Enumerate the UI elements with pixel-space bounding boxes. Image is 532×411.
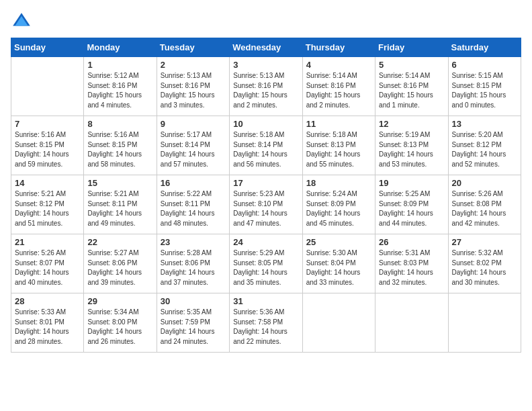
day-info: Sunrise: 5:26 AMSunset: 8:08 PMDaylight:… [452, 189, 517, 228]
calendar-cell: 24 Sunrise: 5:29 AMSunset: 8:05 PMDaylig… [230, 234, 302, 293]
day-number: 14 [15, 178, 80, 188]
calendar-cell: 19 Sunrise: 5:25 AMSunset: 8:09 PMDaylig… [375, 175, 448, 234]
day-info: Sunrise: 5:20 AMSunset: 8:12 PMDaylight:… [452, 130, 517, 169]
day-number: 9 [161, 119, 226, 129]
calendar-cell [375, 293, 448, 353]
day-info: Sunrise: 5:22 AMSunset: 8:11 PMDaylight:… [161, 189, 226, 228]
calendar-cell: 11 Sunrise: 5:18 AMSunset: 8:13 PMDaylig… [302, 116, 375, 175]
day-number: 24 [233, 237, 298, 247]
day-number: 28 [15, 296, 80, 306]
logo [11, 11, 35, 32]
calendar-cell: 5 Sunrise: 5:14 AMSunset: 8:16 PMDayligh… [375, 57, 448, 116]
day-info: Sunrise: 5:13 AMSunset: 8:16 PMDaylight:… [233, 71, 298, 110]
calendar-cell: 17 Sunrise: 5:23 AMSunset: 8:10 PMDaylig… [230, 175, 302, 234]
day-info: Sunrise: 5:30 AMSunset: 8:04 PMDaylight:… [306, 248, 371, 287]
day-info: Sunrise: 5:14 AMSunset: 8:16 PMDaylight:… [306, 71, 371, 110]
day-number: 8 [87, 119, 152, 129]
calendar-cell: 16 Sunrise: 5:22 AMSunset: 8:11 PMDaylig… [157, 175, 229, 234]
week-row-5: 28 Sunrise: 5:33 AMSunset: 8:01 PMDaylig… [11, 293, 521, 353]
day-number: 22 [87, 237, 152, 247]
day-info: Sunrise: 5:26 AMSunset: 8:07 PMDaylight:… [15, 248, 80, 287]
page-header [11, 11, 521, 32]
day-info: Sunrise: 5:36 AMSunset: 7:58 PMDaylight:… [233, 308, 298, 347]
calendar-cell: 20 Sunrise: 5:26 AMSunset: 8:08 PMDaylig… [448, 175, 521, 234]
day-number: 30 [161, 296, 226, 306]
day-number: 29 [87, 296, 152, 306]
day-header-monday: Monday [84, 38, 157, 57]
calendar-cell: 9 Sunrise: 5:17 AMSunset: 8:14 PMDayligh… [157, 116, 229, 175]
day-number: 23 [161, 237, 226, 247]
week-row-1: 1 Sunrise: 5:12 AMSunset: 8:16 PMDayligh… [11, 57, 521, 116]
day-info: Sunrise: 5:27 AMSunset: 8:06 PMDaylight:… [87, 248, 152, 287]
calendar-cell: 6 Sunrise: 5:15 AMSunset: 8:15 PMDayligh… [448, 57, 521, 116]
day-number: 4 [306, 60, 371, 70]
day-info: Sunrise: 5:13 AMSunset: 8:16 PMDaylight:… [161, 71, 226, 110]
day-number: 26 [379, 237, 444, 247]
calendar-cell: 26 Sunrise: 5:31 AMSunset: 8:03 PMDaylig… [375, 234, 448, 293]
calendar-cell: 4 Sunrise: 5:14 AMSunset: 8:16 PMDayligh… [302, 57, 375, 116]
day-number: 3 [233, 60, 298, 70]
day-header-sunday: Sunday [11, 38, 84, 57]
calendar-cell: 23 Sunrise: 5:28 AMSunset: 8:06 PMDaylig… [157, 234, 229, 293]
day-number: 16 [161, 178, 226, 188]
day-info: Sunrise: 5:32 AMSunset: 8:02 PMDaylight:… [452, 248, 517, 287]
day-info: Sunrise: 5:24 AMSunset: 8:09 PMDaylight:… [306, 189, 371, 228]
day-number: 27 [452, 237, 517, 247]
day-info: Sunrise: 5:29 AMSunset: 8:05 PMDaylight:… [233, 248, 298, 287]
day-number: 17 [233, 178, 298, 188]
day-header-friday: Friday [375, 38, 448, 57]
day-info: Sunrise: 5:21 AMSunset: 8:11 PMDaylight:… [87, 189, 152, 228]
calendar-cell: 2 Sunrise: 5:13 AMSunset: 8:16 PMDayligh… [157, 57, 229, 116]
day-info: Sunrise: 5:18 AMSunset: 8:14 PMDaylight:… [233, 130, 298, 169]
day-info: Sunrise: 5:23 AMSunset: 8:10 PMDaylight:… [233, 189, 298, 228]
day-info: Sunrise: 5:18 AMSunset: 8:13 PMDaylight:… [306, 130, 371, 169]
day-info: Sunrise: 5:15 AMSunset: 8:15 PMDaylight:… [452, 71, 517, 110]
day-info: Sunrise: 5:19 AMSunset: 8:13 PMDaylight:… [379, 130, 444, 169]
day-header-saturday: Saturday [448, 38, 521, 57]
day-number: 21 [15, 237, 80, 247]
day-info: Sunrise: 5:33 AMSunset: 8:01 PMDaylight:… [15, 308, 80, 347]
calendar-cell: 30 Sunrise: 5:35 AMSunset: 7:59 PMDaylig… [157, 293, 229, 353]
day-info: Sunrise: 5:25 AMSunset: 8:09 PMDaylight:… [379, 189, 444, 228]
calendar-cell: 12 Sunrise: 5:19 AMSunset: 8:13 PMDaylig… [375, 116, 448, 175]
day-info: Sunrise: 5:14 AMSunset: 8:16 PMDaylight:… [379, 71, 444, 110]
calendar-cell: 14 Sunrise: 5:21 AMSunset: 8:12 PMDaylig… [11, 175, 84, 234]
calendar-cell: 22 Sunrise: 5:27 AMSunset: 8:06 PMDaylig… [84, 234, 157, 293]
week-row-3: 14 Sunrise: 5:21 AMSunset: 8:12 PMDaylig… [11, 175, 521, 234]
day-info: Sunrise: 5:35 AMSunset: 7:59 PMDaylight:… [161, 308, 226, 347]
day-info: Sunrise: 5:34 AMSunset: 8:00 PMDaylight:… [87, 308, 152, 347]
day-number: 20 [452, 178, 517, 188]
calendar-cell [448, 293, 521, 353]
day-info: Sunrise: 5:16 AMSunset: 8:15 PMDaylight:… [15, 130, 80, 169]
calendar-table: SundayMondayTuesdayWednesdayThursdayFrid… [11, 38, 521, 353]
calendar-cell: 1 Sunrise: 5:12 AMSunset: 8:16 PMDayligh… [84, 57, 157, 116]
day-number: 25 [306, 237, 371, 247]
calendar-cell: 28 Sunrise: 5:33 AMSunset: 8:01 PMDaylig… [11, 293, 84, 353]
day-number: 11 [306, 119, 371, 129]
day-info: Sunrise: 5:28 AMSunset: 8:06 PMDaylight:… [161, 248, 226, 287]
day-number: 1 [87, 60, 152, 70]
day-header-tuesday: Tuesday [157, 38, 229, 57]
day-number: 2 [161, 60, 226, 70]
calendar-cell: 7 Sunrise: 5:16 AMSunset: 8:15 PMDayligh… [11, 116, 84, 175]
logo-icon [11, 11, 32, 32]
calendar-cell: 29 Sunrise: 5:34 AMSunset: 8:00 PMDaylig… [84, 293, 157, 353]
calendar-cell: 8 Sunrise: 5:16 AMSunset: 8:15 PMDayligh… [84, 116, 157, 175]
day-info: Sunrise: 5:31 AMSunset: 8:03 PMDaylight:… [379, 248, 444, 287]
day-info: Sunrise: 5:16 AMSunset: 8:15 PMDaylight:… [87, 130, 152, 169]
calendar-cell: 13 Sunrise: 5:20 AMSunset: 8:12 PMDaylig… [448, 116, 521, 175]
header-row: SundayMondayTuesdayWednesdayThursdayFrid… [11, 38, 521, 57]
calendar-cell: 15 Sunrise: 5:21 AMSunset: 8:11 PMDaylig… [84, 175, 157, 234]
day-number: 13 [452, 119, 517, 129]
calendar-cell [302, 293, 375, 353]
week-row-2: 7 Sunrise: 5:16 AMSunset: 8:15 PMDayligh… [11, 116, 521, 175]
day-number: 10 [233, 119, 298, 129]
calendar-cell [11, 57, 84, 116]
calendar-cell: 3 Sunrise: 5:13 AMSunset: 8:16 PMDayligh… [230, 57, 302, 116]
day-number: 5 [379, 60, 444, 70]
day-number: 15 [87, 178, 152, 188]
week-row-4: 21 Sunrise: 5:26 AMSunset: 8:07 PMDaylig… [11, 234, 521, 293]
day-number: 6 [452, 60, 517, 70]
day-header-thursday: Thursday [302, 38, 375, 57]
day-number: 18 [306, 178, 371, 188]
